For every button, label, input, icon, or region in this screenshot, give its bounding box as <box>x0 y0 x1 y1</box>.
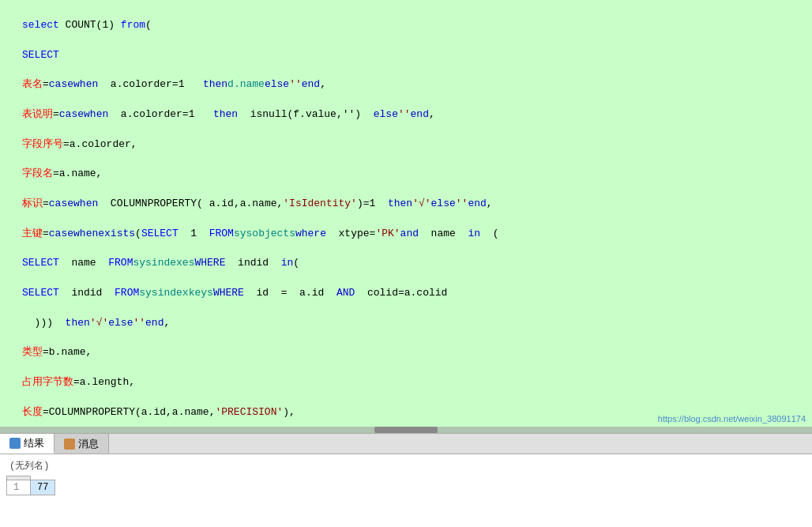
str-empty2: '' <box>398 107 411 122</box>
kw-select: select <box>22 18 59 33</box>
kw-from3: FROM <box>209 227 234 242</box>
bottom-panel: 结果 消息 (无列名) 1 77 <box>0 433 812 527</box>
cn-type: 类型 <box>22 345 43 360</box>
kw-where2: WHERE <box>194 256 225 271</box>
kw-else4: else <box>108 316 133 331</box>
cn-zj: 主键 <box>22 227 43 242</box>
str-checkmark1: '√' <box>412 197 430 212</box>
messages-tab-label: 消息 <box>78 437 99 451</box>
results-table: 1 77 <box>6 476 55 495</box>
kw-then1: then <box>203 77 227 92</box>
kw-from5: FROM <box>115 286 139 301</box>
result-value: 77 <box>31 480 55 495</box>
tab-results[interactable]: 结果 <box>0 434 55 454</box>
kw-select5: SELECT <box>22 286 59 301</box>
col-header-label: (无列名) <box>6 457 52 474</box>
code-line-12: 类型=b.name, <box>22 345 806 360</box>
kw-and2: AND <box>336 286 355 301</box>
kw-from4: FROM <box>108 256 133 271</box>
kw-else3: else <box>431 197 456 212</box>
code-line-1: select COUNT(1) from( <box>22 18 806 33</box>
kw-case1: case <box>49 77 73 92</box>
scrollbar-thumb[interactable] <box>374 427 438 433</box>
kw-when4: when <box>73 227 98 242</box>
cn-zdxh: 字段序号 <box>22 137 63 152</box>
cn-bz: 标识 <box>22 197 43 212</box>
code-block: select COUNT(1) from( SELECT 表名=case whe… <box>0 2 812 427</box>
code-line-5: 字段序号=a.colorder, <box>22 137 806 152</box>
kw-and1: and <box>400 227 419 242</box>
kw-exists: exists <box>98 227 135 242</box>
code-line-10: SELECT indid FROM sysindexkeys WHERE id … <box>22 286 806 301</box>
kw-end2: end <box>411 107 429 122</box>
results-tab-icon <box>9 438 21 449</box>
kw-select4: SELECT <box>22 256 59 271</box>
tbl-sysobjects1: sysobjects <box>234 227 295 242</box>
code-line-8: 主键=case when exists(SELECT 1 FROM sysobj… <box>22 227 806 242</box>
kw-case4: case <box>49 227 73 242</box>
kw-end1: end <box>302 77 320 92</box>
code-line-4: 表说明=case when a.colorder=1 then isnull(f… <box>22 107 806 122</box>
kw-where1: where <box>295 227 326 242</box>
code-line-6: 字段名=a.name, <box>22 167 806 182</box>
col-dname: d.name <box>227 77 265 92</box>
results-content: (无列名) 1 77 <box>0 454 812 527</box>
col-header-row: (无列名) <box>6 457 806 474</box>
kw-case2: case <box>59 107 84 122</box>
str-precision: 'PRECISION' <box>215 405 283 420</box>
cn-biaosm: 表说明 <box>22 107 53 122</box>
code-line-13: 占用字节数=a.length, <box>22 375 806 390</box>
kw-in1: in <box>468 227 480 242</box>
cn-cd: 长度 <box>22 405 43 420</box>
kw-when1: when <box>73 77 98 92</box>
table-row: 1 77 <box>7 480 55 495</box>
kw-else1: else <box>265 77 289 92</box>
tabs-bar: 结果 消息 <box>0 434 812 454</box>
kw-case3: case <box>49 197 73 212</box>
kw-end3: end <box>468 197 486 212</box>
code-line-7: 标识=case when COLUMNPROPERTY( a.id,a.name… <box>22 197 806 212</box>
kw-else2: else <box>374 107 398 122</box>
kw-then4: then <box>66 316 90 331</box>
kw-select3: SELECT <box>141 227 179 242</box>
str-pk: 'PK' <box>375 227 400 242</box>
str-checkmark2: '√' <box>90 316 108 331</box>
kw-where3: WHERE <box>213 286 244 301</box>
horizontal-scrollbar[interactable] <box>0 427 812 433</box>
code-line-11: ))) then '√' else '' end, <box>22 316 806 331</box>
cn-zdm: 字段名 <box>22 167 53 182</box>
cn-zyzt: 占用字节数 <box>22 375 73 390</box>
kw-select2: SELECT <box>22 48 59 63</box>
code-line-3: 表名=case when a.colorder=1 then d.name el… <box>22 77 806 92</box>
tbl-sysindexes: sysindexes <box>133 256 194 271</box>
kw-then3: then <box>388 197 412 212</box>
str-empty3: '' <box>456 197 468 212</box>
kw-when2: when <box>84 107 108 122</box>
editor-container: select COUNT(1) from( SELECT 表名=case whe… <box>0 0 812 427</box>
kw-from: from <box>121 18 145 33</box>
tbl-sysindexkeys: sysindexkeys <box>139 286 213 301</box>
str-isid: 'IsIdentity' <box>283 197 357 212</box>
cn-biaomin: 表名 <box>22 77 43 92</box>
code-line-9: SELECT name FROM sysindexes WHERE indid … <box>22 256 806 271</box>
kw-in2: in <box>281 256 294 271</box>
messages-tab-icon <box>64 439 75 450</box>
code-line-2: SELECT <box>22 48 806 63</box>
row-number: 1 <box>7 480 31 495</box>
str-empty4: '' <box>133 316 145 331</box>
watermark: https://blog.csdn.net/weixin_38091174 <box>658 414 806 423</box>
kw-end4: end <box>145 316 164 331</box>
results-tab-label: 结果 <box>24 436 44 450</box>
kw-when3: when <box>73 197 98 212</box>
str-empty1: '' <box>289 77 302 92</box>
kw-then2: then <box>213 107 238 122</box>
tab-messages[interactable]: 消息 <box>55 434 109 454</box>
